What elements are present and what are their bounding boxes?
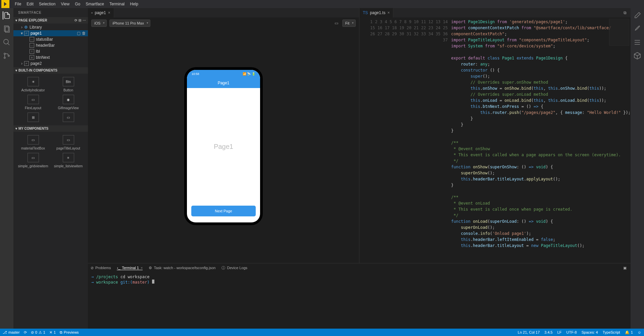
spaces[interactable]: Spaces: 4 <box>582 330 598 335</box>
designer-tab[interactable]: ▫ page1 × <box>88 8 114 17</box>
zoom-select[interactable]: Fit <box>342 19 356 27</box>
eol[interactable]: LF <box>557 330 562 335</box>
right-toolbar <box>631 8 644 329</box>
terminal-body[interactable]: → /projects cd workspace → workspace git… <box>88 272 631 329</box>
comp-simplegrid[interactable]: ▭simple_gridviewitem <box>17 153 49 168</box>
bell-icon: 🔔 <box>625 330 630 335</box>
comp-more1[interactable]: ⊞ <box>17 113 49 122</box>
section-label: PAGE EXPLORER <box>18 18 47 22</box>
menu-help[interactable]: Help <box>127 1 141 7</box>
section-label: MY COMPONENTS <box>18 127 48 130</box>
bell-item[interactable]: 🔔1 <box>625 330 633 335</box>
phone-body: Page1 Next Page <box>187 88 260 222</box>
code-area[interactable]: import Page1Design from 'generated/pages… <box>451 17 631 263</box>
feedback-icon[interactable]: ☺ <box>638 330 641 335</box>
source-control-icon[interactable] <box>3 52 11 60</box>
delete-icon[interactable]: 🗑 <box>82 31 86 36</box>
warning-icon: ⚠ <box>39 330 42 335</box>
collapse-icon[interactable]: ⊟ <box>79 18 81 22</box>
editor-body[interactable]: 1 2 3 4 5 6 7 8 9 10 11 12 13 14 15 16 1… <box>359 17 631 263</box>
more-icon[interactable]: ⋯ <box>83 18 86 22</box>
comp-more2[interactable]: ▭ <box>52 113 85 122</box>
branch-item[interactable]: ⎇master <box>3 330 20 335</box>
term-path: workspace <box>96 280 118 285</box>
comp-flexlayout[interactable]: ▭FlexLayout <box>17 95 49 110</box>
next-page-button[interactable]: Next Page <box>191 206 256 216</box>
builtin-grid: ✳ActivityIndicator BtnButton ▭FlexLayout… <box>13 74 88 125</box>
term-git: git:( <box>118 280 132 285</box>
os-select[interactable]: iOS <box>91 19 107 27</box>
close-icon[interactable]: × <box>108 10 110 15</box>
svg-point-2 <box>4 39 8 44</box>
page-label[interactable]: Page1 <box>214 88 233 206</box>
xmarks-item[interactable]: ✕1 <box>49 330 56 335</box>
tab-problems[interactable]: ⊘Problems <box>91 266 111 270</box>
menu-edit[interactable]: Edit <box>24 1 36 7</box>
comp-materialtextbox[interactable]: ▭materialTextBox <box>17 135 49 150</box>
brush-icon[interactable] <box>633 25 641 33</box>
tree-page1[interactable]: ▾Ppage1▢🗑 <box>13 30 88 36</box>
tree-headerbar[interactable]: —headerBar <box>13 42 88 48</box>
files-icon[interactable] <box>3 25 11 33</box>
menu-smartface[interactable]: Smartface <box>83 1 107 7</box>
tree-page2[interactable]: ›Ppage2 <box>13 60 88 67</box>
menu-selection[interactable]: Selection <box>36 1 58 7</box>
previews-item[interactable]: ⧉Previews <box>60 330 79 335</box>
responsive-icon[interactable]: ▭ <box>334 20 340 26</box>
tab-terminal[interactable]: ›_Terminal 1× <box>117 266 143 270</box>
encoding[interactable]: UTF-8 <box>566 330 577 335</box>
page-explorer-header[interactable]: ▾ PAGE EXPLORER ⟳ ⊟ ⋯ <box>13 17 88 24</box>
comp-pagetitlelayout[interactable]: ▭pageTitleLayout <box>52 135 85 150</box>
tree-library[interactable]: ›⚙Library <box>13 24 88 30</box>
comp-button[interactable]: BtnButton <box>52 77 85 92</box>
package-icon[interactable] <box>633 52 641 60</box>
edit-designer-icon[interactable] <box>633 11 641 19</box>
refresh-icon[interactable]: ⟳ <box>75 18 77 22</box>
version[interactable]: 3.4.5 <box>544 330 552 335</box>
comp-simplelist[interactable]: ≡simple_listviewitem <box>52 153 85 168</box>
sidebar: SMARTFACE ▾ PAGE EXPLORER ⟳ ⊟ ⋯ ›⚙Librar… <box>13 8 88 329</box>
x-icon: ✕ <box>49 330 52 335</box>
svg-line-3 <box>8 43 9 45</box>
edit-icon[interactable]: ▢ <box>77 31 81 36</box>
svg-point-4 <box>4 53 5 54</box>
phone-header-bar[interactable]: Page1 <box>187 78 260 88</box>
phone-status-bar[interactable]: 10:58 📶 📡 🔋 <box>187 70 260 78</box>
status-bar: ⎇master ⟳ ⊘0 ⚠1 ✕1 ⧉Previews Ln 21, Col … <box>0 329 644 336</box>
list-icon[interactable] <box>633 38 641 46</box>
builtin-header[interactable]: ▾ BUILT-IN COMPONENTS <box>13 67 88 74</box>
errors-item[interactable]: ⊘0 ⚠1 <box>31 330 45 335</box>
menu-go[interactable]: Go <box>72 1 83 7</box>
language[interactable]: TypeScript <box>603 330 620 335</box>
tab-task[interactable]: ⚙Task: watch - workspace/tsconfig.json <box>149 266 215 270</box>
info-icon: ⓘ <box>221 265 225 270</box>
tree-btnnext[interactable]: BbtnNext <box>13 54 88 60</box>
panel-layout-icon[interactable]: ▣ <box>622 265 628 271</box>
tab-devicelogs[interactable]: ⓘDevice Logs <box>221 265 247 270</box>
close-icon[interactable]: × <box>141 266 143 270</box>
cursor-pos[interactable]: Ln 21, Col 17 <box>518 330 540 335</box>
close-icon[interactable]: × <box>387 10 390 15</box>
comp-gifimageview[interactable]: ◉GifImageView <box>52 95 85 110</box>
designer-canvas: 10:58 📶 📡 🔋 Page1 Page1 Next Page <box>88 29 359 263</box>
device-select[interactable]: iPhone 11 Pro Max <box>109 19 150 27</box>
term-close: ) <box>147 280 152 285</box>
tab-label: page1.ts <box>370 10 385 15</box>
term-arrow: → <box>91 280 96 285</box>
tree-statusbar[interactable]: —statusBar <box>13 36 88 42</box>
mycomp-header[interactable]: ▾ MY COMPONENTS <box>13 125 88 132</box>
comp-activityindicator[interactable]: ✳ActivityIndicator <box>17 77 49 92</box>
sync-item[interactable]: ⟳ <box>24 330 27 335</box>
menu-bar: File Edit Selection View Go Smartface Te… <box>0 0 644 8</box>
editor-tab[interactable]: TS page1.ts × <box>359 8 393 17</box>
tree-lbl[interactable]: Tlbl <box>13 48 88 54</box>
menu-terminal[interactable]: Terminal <box>107 1 127 7</box>
line-numbers: 1 2 3 4 5 6 7 8 9 10 11 12 13 14 15 16 1… <box>359 17 451 263</box>
search-icon[interactable] <box>3 38 11 46</box>
split-icon[interactable]: ⧉ <box>622 10 628 16</box>
menu-file[interactable]: File <box>12 1 24 7</box>
menu-view[interactable]: View <box>58 1 72 7</box>
minimap[interactable] <box>609 19 629 46</box>
designer-panel: ▫ page1 × iOS iPhone 11 Pro Max ▭ Fit <box>88 8 359 263</box>
page-explorer-icon[interactable] <box>3 11 11 19</box>
